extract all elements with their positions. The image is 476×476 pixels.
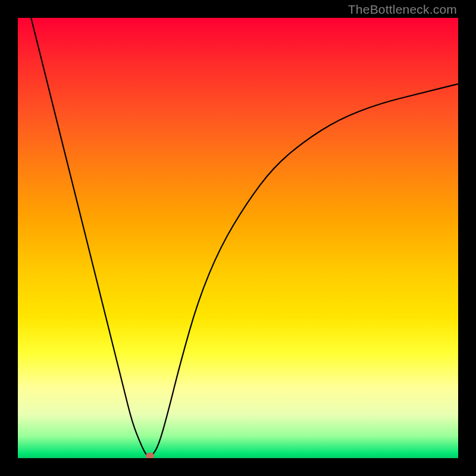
- watermark-text: TheBottleneck.com: [348, 2, 457, 17]
- chart-frame: TheBottleneck.com: [0, 0, 476, 476]
- plot-area: [18, 18, 458, 458]
- bottleneck-curve: [18, 18, 458, 458]
- optimal-point-marker: [146, 453, 154, 458]
